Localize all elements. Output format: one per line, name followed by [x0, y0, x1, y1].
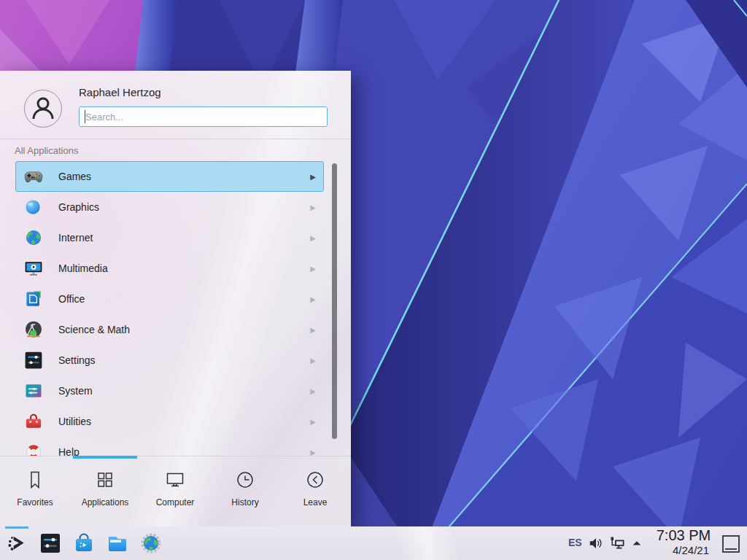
multimedia-icon — [23, 258, 44, 279]
tab-label: Leave — [303, 497, 328, 508]
search-input[interactable] — [79, 106, 328, 127]
submenu-arrow-icon: ▶ — [310, 387, 316, 395]
category-list: Games▶Graphics▶Internet▶Multimedia▶Offic… — [0, 161, 351, 456]
games-icon — [23, 166, 44, 187]
volume-icon[interactable] — [588, 535, 604, 551]
favorites-icon — [24, 469, 46, 491]
user-icon — [25, 90, 61, 127]
application-launcher-menu: Raphael Hertzog All Applications Games▶G… — [0, 71, 351, 526]
tab-label: History — [231, 497, 258, 508]
show-desktop-button[interactable] — [722, 535, 740, 553]
submenu-arrow-icon: ▶ — [310, 265, 316, 273]
tab-leave[interactable]: Leave — [280, 456, 350, 526]
category-row-multimedia[interactable]: Multimedia▶ — [15, 253, 324, 284]
category-label: Utilities — [58, 416, 310, 427]
utilities-icon — [23, 411, 44, 432]
network-icon[interactable] — [608, 534, 626, 552]
graphics-icon — [23, 197, 44, 217]
category-row-settings[interactable]: Settings▶ — [15, 345, 324, 376]
category-label: Science & Math — [58, 324, 310, 335]
category-row-help[interactable]: Help▶ — [15, 437, 324, 456]
active-task-indicator — [5, 526, 28, 529]
internet-icon — [23, 228, 44, 248]
history-icon — [234, 469, 256, 491]
tab-history[interactable]: History — [210, 456, 280, 526]
tab-label: Applications — [82, 497, 129, 508]
submenu-arrow-icon: ▶ — [310, 203, 316, 211]
submenu-arrow-icon: ▶ — [310, 173, 316, 181]
section-label: All Applications — [15, 145, 78, 156]
category-label: Office — [58, 293, 310, 305]
web-browser-icon — [139, 532, 163, 555]
keyboard-layout-indicator[interactable]: ES — [568, 537, 582, 548]
category-label: Settings — [58, 354, 310, 366]
tab-applications[interactable]: Applications — [70, 456, 140, 526]
category-row-graphics[interactable]: Graphics▶ — [15, 192, 324, 222]
computer-icon — [164, 469, 186, 491]
category-row-games[interactable]: Games▶ — [15, 161, 324, 192]
tab-computer[interactable]: Computer — [140, 456, 210, 526]
category-row-science-math[interactable]: Science & Math▶ — [15, 314, 324, 345]
taskbar-discover-button[interactable] — [72, 532, 96, 555]
search-field-wrap — [79, 106, 328, 127]
system-settings-icon — [39, 532, 62, 555]
category-row-office[interactable]: Office▶ — [15, 284, 324, 314]
desktop: Raphael Hertzog All Applications Games▶G… — [0, 0, 747, 560]
discover-icon — [72, 532, 96, 555]
submenu-arrow-icon: ▶ — [310, 326, 316, 334]
text-caret — [85, 110, 85, 123]
help-icon — [23, 442, 44, 456]
submenu-arrow-icon: ▶ — [310, 448, 316, 456]
category-row-internet[interactable]: Internet▶ — [15, 222, 324, 253]
submenu-arrow-icon: ▶ — [310, 295, 316, 303]
category-row-utilities[interactable]: Utilities▶ — [15, 406, 324, 437]
launcher-tab-bar: FavoritesApplicationsComputerHistoryLeav… — [0, 456, 351, 526]
file-manager-icon — [106, 532, 129, 555]
applications-icon — [94, 469, 116, 491]
taskbar-file-manager-button[interactable] — [106, 532, 129, 555]
leave-icon — [304, 469, 326, 491]
tab-label: Favorites — [17, 497, 53, 508]
clock-time: 7:03 PM — [651, 527, 716, 544]
submenu-arrow-icon: ▶ — [310, 418, 316, 426]
category-label: Games — [58, 171, 310, 182]
user-avatar[interactable] — [24, 90, 62, 128]
category-label: System — [58, 385, 310, 397]
taskbar-panel: ES 7:03 PM 4/24/21 — [0, 526, 747, 560]
category-label: Internet — [58, 232, 310, 244]
taskbar-system-settings-button[interactable] — [39, 532, 62, 555]
science-icon — [23, 319, 44, 340]
tab-favorites[interactable]: Favorites — [0, 456, 70, 526]
app-launcher-button[interactable] — [4, 526, 30, 560]
expand-arrow-icon[interactable] — [630, 537, 643, 550]
taskbar-web-browser-button[interactable] — [139, 532, 163, 555]
list-scrollbar[interactable] — [332, 163, 337, 439]
category-label: Multimedia — [58, 262, 310, 274]
category-label: Graphics — [58, 201, 310, 213]
tab-label: Computer — [156, 497, 195, 508]
user-name: Raphael Hertzog — [79, 86, 161, 98]
submenu-arrow-icon: ▶ — [310, 234, 316, 242]
office-icon — [23, 289, 44, 309]
category-row-system[interactable]: System▶ — [15, 376, 324, 406]
kde-launcher-icon — [7, 533, 27, 553]
submenu-arrow-icon: ▶ — [310, 357, 316, 365]
category-label: Help — [58, 446, 310, 456]
digital-clock[interactable]: 7:03 PM 4/24/21 — [651, 527, 716, 557]
system-icon — [23, 381, 44, 401]
settings-icon — [23, 350, 44, 370]
header-separator — [0, 139, 351, 139]
clock-date: 4/24/21 — [651, 544, 716, 557]
